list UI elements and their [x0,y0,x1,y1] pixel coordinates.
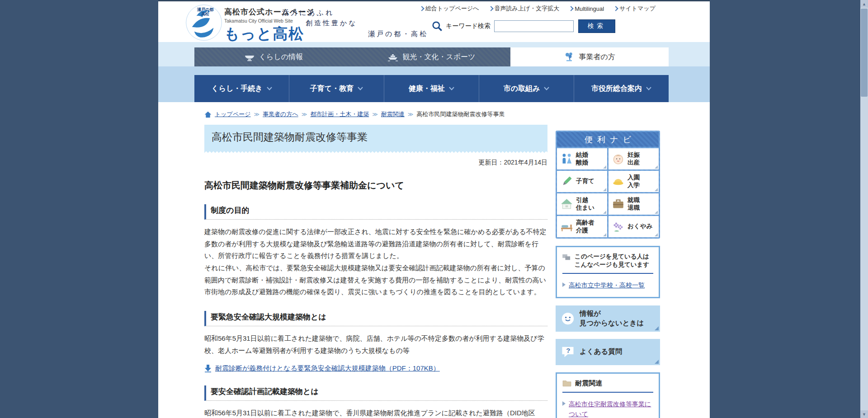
bonsai-icon [564,52,575,62]
main-nav-band: くらし・手続き 子育て・教育 健康・福祉 市の取組み 市役所総合案内 [158,66,710,102]
tab-living-info[interactable]: くらしの情報 [194,47,353,66]
chevron-down-icon [544,87,549,90]
nav-item-health-welfare[interactable]: 健康・福祉 [384,75,479,102]
link-accessibility[interactable]: 音声読み上げ・文字拡大 [489,5,560,13]
couple-icon [561,153,573,165]
section-large-buildings: 要緊急安全確認大規模建築物とは 昭和56年5月31日以前に着工された建築物で、病… [204,311,547,372]
audience-tabs: くらしの情報 観光・文化・スポーツ 事業者 [194,47,669,66]
house-icon [561,198,573,210]
title-rule [562,273,653,274]
related-pages-box: このページを見ている人は こんなページも見ています 高松市立中学校・高校一覧 [556,246,660,298]
category-link-row: 高松市住宅耐震改修等事業について [562,399,653,418]
tab-tourism-culture-sports[interactable]: 観光・文化・スポーツ [353,47,511,66]
article-heading: 高松市民間建築物耐震改修等事業補助金について [204,179,547,192]
tagline-line: 瀬戸の都・高松 [368,29,428,39]
chevron-right-icon [568,6,573,11]
link-top-page[interactable]: 総合トップページへ [420,5,479,13]
link-multilingual[interactable]: Multilingual [569,5,604,13]
link-sitemap[interactable]: サイトマップ [614,5,656,13]
pdf-link[interactable]: 耐震診断が義務付けとなる要緊急安全確認大規模建築物（PDF：107KB） [215,364,440,373]
arrow-right-icon [562,282,566,287]
chevron-down-icon [449,87,454,90]
emblem-label: 瀬戸の都 高松 [197,8,213,17]
search-label: キーワード検索 [446,22,491,30]
site-header: 瀬戸の都 高松 高松市公式ホームページ Takamatsu City Offic… [158,1,710,42]
nav-item-city-hall-guide[interactable]: 市役所総合案内 [574,75,669,102]
keyword-search: キーワード検索 検索 [431,19,615,33]
section-heading: 要安全確認計画記載建築物とは [204,385,547,401]
scroll-up-arrow[interactable]: ▲ [860,0,868,8]
chevron-right-icon [613,6,618,11]
nav-item-city-initiatives[interactable]: 市の取組み [479,75,574,102]
category-box-earthquake: 耐震関連 高松市住宅耐震改修等事業について [556,372,660,418]
quick-nav-school-entry[interactable]: 入園 入学 [609,171,659,192]
school-hat-icon [612,175,624,188]
scroll-down-arrow[interactable]: ▼ [860,410,868,418]
search-button[interactable]: 検索 [578,19,615,33]
page-title: 高松市民間建築物耐震改修等事業 [204,125,547,150]
smiley-icon [561,312,575,325]
breadcrumb-separator: ≫ [372,111,378,117]
main-nav: くらし・手続き 子育て・教育 健康・福祉 市の取組み 市役所総合案内 [194,75,669,102]
search-icon [431,20,443,32]
nav-item-childcare-education[interactable]: 子育て・教育 [289,75,384,102]
section-paragraph: それに伴い、高松市では、要緊急安全確認大規模建築物又は要安全確認計画記載建築物の… [204,262,547,298]
tab-business[interactable]: 事業者の方 [510,47,669,66]
search-input[interactable] [494,20,574,32]
nav-item-living-procedures[interactable]: くらし・手続き [194,75,289,102]
faq-button[interactable]: ? よくある質問 [556,339,660,365]
category-title: 耐震関連 [575,379,602,388]
quick-nav-condolence[interactable]: おくやみ [609,216,659,237]
section-purpose: 制度の目的 建築物の耐震改修の促進に関する法律が一部改正され、地震に対する安全性… [204,204,547,298]
section-paragraph: 昭和56年5月31日以前に着工された建築物で、香川県建築物耐震化推進プランに記載… [204,407,547,418]
info-not-found-button[interactable]: 情報が 見つからないときは [556,305,660,332]
related-pages-title-row: このページを見ている人は こんなページも見ています [562,253,653,269]
related-pages-title: このページを見ている人は こんなページも見ています [575,253,649,269]
arrow-right-icon [562,401,566,406]
section-heading: 要緊急安全確認大規模建築物とは [204,311,547,326]
section-paragraph: 昭和56年5月31日以前に着工された建築物で、病院、店舗、ホテル等の不特定多数の… [204,333,547,357]
quick-nav-employment[interactable]: 就職 退職 [609,193,659,215]
breadcrumb-link[interactable]: 事業者の方へ [263,110,298,118]
vertical-scrollbar[interactable]: ▲ ▼ [860,0,868,418]
briefcase-icon [612,198,624,210]
page-container: 瀬戸の都 高松 高松市公式ホームページ Takamatsu City Offic… [158,0,710,418]
category-link[interactable]: 高松市住宅耐震改修等事業について [569,399,653,418]
quick-nav-title: 便利ナビ [557,132,659,147]
rice-bowl-icon [244,52,255,62]
breadcrumb-separator: ≫ [302,111,307,117]
chevron-right-icon [488,6,493,11]
folder-icon [562,380,571,387]
scrollbar-thumb[interactable] [861,9,868,97]
title-rule [562,392,653,393]
quick-nav-moving-housing[interactable]: 引越 住まい [557,193,607,215]
breadcrumb-link[interactable]: 都市計画・土木・建築 [310,110,369,118]
home-icon[interactable] [204,111,212,118]
quick-nav-pregnancy[interactable]: 妊娠 出産 [609,148,659,169]
tagline-line: 創造性豊かな [306,18,428,28]
quick-nav-box: 便利ナビ 結婚 離婚 [556,131,660,239]
boat-icon [387,52,398,62]
section-paragraph: 建築物の耐震改修の促進に関する法律が一部改正され、地震に対する安全性を緊急に確か… [204,226,547,262]
baby-icon [612,153,624,165]
utility-links: 総合トップページへ 音声読み上げ・文字拡大 Multilingual サイトマッ… [420,5,656,13]
chevron-down-icon [267,87,272,90]
crayon-icon [561,175,573,188]
breadcrumb-link[interactable]: 耐震関連 [381,110,405,118]
breadcrumb-separator: ≫ [254,111,260,117]
pdf-link-row: 耐震診断が義務付けとなる要緊急安全確認大規模建築物（PDF：107KB） [204,364,547,373]
category-title-row: 耐震関連 [562,379,653,388]
quick-nav-elderly-care[interactable]: 高齢者 介護 [557,216,607,237]
chevron-down-icon [358,87,363,90]
quick-nav-marriage[interactable]: 結婚 離婚 [557,148,607,169]
breadcrumb-separator: ≫ [408,111,414,117]
bed-icon [561,221,573,233]
download-arrow-icon [204,365,212,372]
quick-nav-childcare[interactable]: 子育て [557,171,607,192]
chevron-down-icon [646,87,651,90]
related-link[interactable]: 高松市立中学校・高校一覧 [569,280,645,290]
audience-tabstrip: くらしの情報 観光・文化・スポーツ 事業者 [158,42,710,66]
breadcrumb-link[interactable]: トップページ [215,110,251,118]
flowers-icon [612,221,624,233]
title-zigzag-edge [204,150,547,153]
